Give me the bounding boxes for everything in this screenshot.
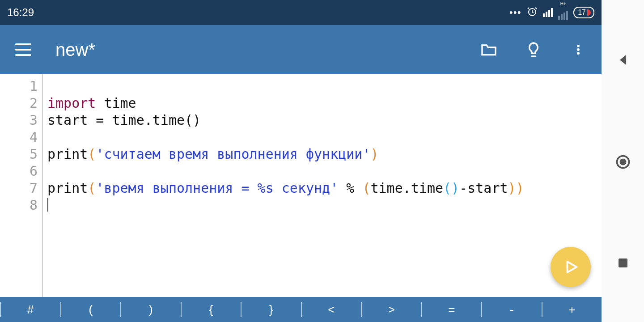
code-line <box>47 214 602 231</box>
key-lbrace[interactable]: { <box>182 297 241 322</box>
more-indicator-icon: ••• <box>509 8 521 18</box>
code-line: import time <box>47 95 602 112</box>
nav-back-button[interactable] <box>615 52 631 68</box>
key-eq[interactable]: = <box>422 297 482 322</box>
alarm-icon <box>527 6 538 19</box>
line-number: 4 <box>0 129 38 146</box>
signal-2-icon: H+ <box>558 6 568 20</box>
code-line: print('время выполнения = %s секунд' % (… <box>47 180 602 197</box>
key-plus[interactable]: + <box>542 297 602 322</box>
symbol-key-row: # ( ) { } < > = - + <box>0 297 602 322</box>
folder-icon <box>480 41 498 59</box>
line-number: 3 <box>0 112 38 129</box>
status-right: ••• H+ 17 <box>509 6 594 20</box>
back-triangle-icon <box>615 52 631 68</box>
code-line: print('считаем время выполнения функции'… <box>47 146 602 163</box>
folder-button[interactable] <box>478 39 500 60</box>
code-line: start = time.time() <box>47 112 602 129</box>
key-hash[interactable]: # <box>1 297 60 322</box>
svg-rect-6 <box>619 258 627 267</box>
line-number: 2 <box>0 95 38 112</box>
key-lparen[interactable]: ( <box>61 297 121 322</box>
run-button[interactable] <box>551 247 591 287</box>
overflow-button[interactable] <box>568 39 589 60</box>
android-nav-bar <box>602 0 644 322</box>
line-number-gutter: 1 2 3 4 5 6 7 8 <box>0 74 43 297</box>
signal-1-icon <box>543 8 553 17</box>
svg-point-1 <box>577 45 580 47</box>
line-number: 1 <box>0 78 38 95</box>
key-lt[interactable]: < <box>302 297 361 322</box>
key-rparen[interactable]: ) <box>121 297 181 322</box>
hamburger-icon <box>15 43 31 56</box>
document-title: new* <box>55 40 460 60</box>
key-minus[interactable]: - <box>482 297 542 322</box>
line-number: 5 <box>0 146 38 163</box>
recents-square-icon <box>616 256 630 270</box>
key-gt[interactable]: > <box>362 297 421 322</box>
text-cursor <box>47 198 48 212</box>
code-line <box>47 129 602 146</box>
code-area[interactable]: import timestart = time.time()print('счи… <box>43 74 602 297</box>
status-time: 16:29 <box>7 6 34 19</box>
android-status-bar: 16:29 ••• H+ 17 <box>0 0 602 25</box>
code-line <box>47 197 602 214</box>
code-line <box>47 163 602 180</box>
line-number: 8 <box>0 197 38 214</box>
battery-badge: 17 <box>573 7 594 18</box>
app-bar: new* <box>0 25 602 74</box>
hint-button[interactable] <box>523 39 544 60</box>
svg-point-5 <box>619 158 626 165</box>
line-number: 7 <box>0 180 38 197</box>
key-rbrace[interactable]: } <box>242 297 301 322</box>
code-editor[interactable]: 1 2 3 4 5 6 7 8 import timestart = time.… <box>0 74 602 297</box>
home-circle-icon <box>615 154 631 170</box>
nav-home-button[interactable] <box>615 154 631 170</box>
play-icon <box>563 259 579 275</box>
nav-recents-button[interactable] <box>616 256 630 270</box>
svg-point-2 <box>577 48 580 51</box>
lightbulb-icon <box>525 41 542 59</box>
svg-point-3 <box>577 52 580 55</box>
menu-button[interactable] <box>13 39 34 60</box>
line-number: 6 <box>0 163 38 180</box>
more-vert-icon <box>572 41 585 59</box>
